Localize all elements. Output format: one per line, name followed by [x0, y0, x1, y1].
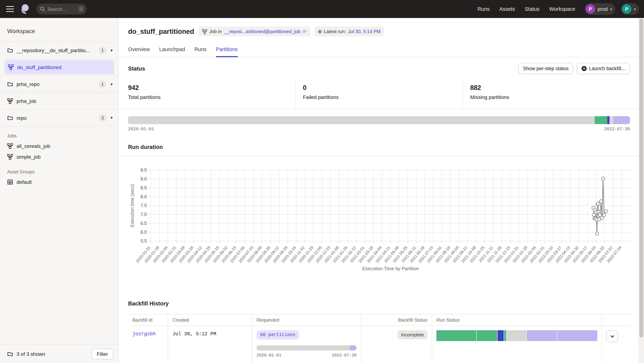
latest-run-link[interactable]: Jul 30, 5:14 PM [348, 29, 381, 34]
run-status-bar[interactable] [436, 330, 597, 341]
sidebar-job-all_cereals_job[interactable]: all_cereals_job [0, 141, 118, 152]
partition-bar-segment [610, 116, 614, 124]
topnav-link-status[interactable]: Status [525, 6, 540, 12]
cell-actions [602, 326, 630, 363]
stat-total-partitions: 942 Total partitions [128, 79, 296, 109]
topnav-link-assets[interactable]: Assets [499, 6, 515, 12]
user-avatar: P [622, 4, 632, 14]
app-root: Search... / RunsAssetsStatusWorkspace P … [0, 0, 644, 363]
sidebar-job-simple_job[interactable]: simple_job [0, 152, 118, 162]
tab-overview[interactable]: Overview [128, 46, 150, 57]
run-status-segment [498, 330, 504, 341]
caret-down-icon[interactable]: ▼ [110, 116, 113, 120]
topnav-link-workspace[interactable]: Workspace [549, 6, 575, 12]
cell-backfill-status: Incomplete [361, 326, 432, 363]
table-header-row: Backfill IdCreatedRequestedBackfill Stat… [128, 314, 630, 326]
requested-bar-segment [256, 345, 350, 350]
range-start: 2020-01-01 [256, 353, 281, 358]
folder-icon [7, 48, 13, 53]
stat-label: Total partitions [128, 94, 296, 100]
data-point[interactable] [596, 232, 599, 235]
svg-text:7.0: 7.0 [140, 212, 147, 217]
sidebar-item-label: simple_job [16, 154, 41, 160]
requested-range-labels: 2020-01-012022-07-30 [256, 353, 356, 358]
sidebar-item-do_stuff_partitioned[interactable]: do_stuff_partitioned [4, 60, 114, 74]
range-end: 2022-07-30 [332, 353, 357, 358]
job-icon [7, 154, 13, 160]
caret-down-icon[interactable]: ▼ [110, 82, 113, 86]
backfill-id-link[interactable]: jozrgsbh [132, 331, 156, 337]
run-status-segment [557, 330, 597, 341]
data-point[interactable] [600, 200, 603, 203]
expand-row-button[interactable] [606, 330, 618, 342]
refresh-icon[interactable]: ⟳ [302, 29, 306, 34]
chevron-down-icon [610, 334, 615, 339]
page-tabs: OverviewLaunchpadRunsPartitions [119, 46, 638, 57]
run-status-segment [436, 330, 476, 341]
run-status-segment [506, 330, 526, 341]
caret-down-icon[interactable]: ▼ [110, 48, 113, 52]
partition-status-bar[interactable] [128, 116, 630, 124]
tab-launchpad[interactable]: Launchpad [159, 46, 185, 57]
deployment-switcher[interactable]: P prod ▾ [585, 3, 615, 15]
stat-value: 0 [303, 84, 463, 92]
data-point[interactable] [601, 177, 604, 180]
backfill-history-heading: Backfill History [128, 300, 630, 307]
svg-text:9.0: 9.0 [140, 176, 147, 181]
stat-value: 882 [470, 84, 630, 92]
requested-partitions-pill[interactable]: 60 partitions [256, 330, 299, 340]
workspace-sidebar: Workspace __repository__do_stuff_partiti… [0, 18, 119, 363]
sidebar-item-prha_repo[interactable]: prha_repo1▼ [0, 76, 118, 92]
column-header-run-status: Run Status [432, 314, 602, 326]
job-origin-link[interactable]: __reposi...artitioned@partitioned_job [224, 29, 300, 34]
requested-bar-segment [350, 345, 357, 350]
vertical-scrollbar[interactable] [638, 18, 644, 363]
cell-backfill-id: jozrgsbh [128, 326, 168, 363]
svg-text:5.5: 5.5 [140, 238, 147, 244]
user-menu[interactable]: P ▾ [621, 3, 639, 15]
filter-button[interactable]: Filter [92, 348, 113, 359]
topnav-link-runs[interactable]: Runs [478, 6, 490, 12]
data-point[interactable] [604, 210, 608, 213]
top-nav-links: RunsAssetsStatusWorkspace [478, 6, 575, 12]
stat-label: Missing partitions [470, 94, 630, 100]
column-header-actions [602, 314, 630, 326]
stat-value: 942 [128, 84, 296, 92]
hamburger-menu-icon[interactable] [6, 6, 14, 12]
sidebar-item-repo[interactable]: repo3▼ [0, 109, 118, 126]
sidebar-asset-group-default[interactable]: default [0, 177, 118, 188]
scrollbar-thumb[interactable] [639, 19, 643, 338]
cell-created: Jul 30, 5:12 PM [168, 326, 252, 363]
search-input[interactable]: Search... / [36, 4, 87, 14]
search-icon [40, 6, 45, 12]
dagster-logo-icon[interactable] [20, 4, 30, 14]
run-duration-chart: 9.59.08.58.07.57.06.56.05.52020-01-01202… [119, 156, 638, 280]
partition-bar-segment [128, 116, 595, 124]
data-point[interactable] [602, 214, 606, 217]
folder-icon [7, 81, 13, 87]
tab-partitions[interactable]: Partitions [216, 46, 238, 57]
job-origin-prefix: Job in [209, 29, 222, 34]
tab-runs[interactable]: Runs [194, 46, 206, 57]
show-per-step-status-button[interactable]: Show per-step status [518, 63, 573, 74]
repo-count-shown: 3 of 3 shown [16, 351, 92, 357]
sidebar-item-__repository__do_stuff_partitio[interactable]: __repository__do_stuff_partitio...1▼ [0, 42, 118, 59]
sidebar-selected-row: do_stuff_partitioned [0, 59, 118, 76]
chevron-down-icon: ▾ [610, 7, 612, 11]
deployment-avatar: P [586, 4, 595, 14]
search-placeholder: Search... [48, 6, 78, 12]
svg-text:8.5: 8.5 [140, 185, 147, 190]
data-point[interactable] [598, 218, 601, 221]
execution-time-chart[interactable]: 9.59.08.58.07.57.06.56.05.52020-01-01202… [119, 156, 638, 280]
latest-run-tag: Latest run: Jul 30, 5:14 PM [314, 26, 384, 36]
page-header: do_stuff_partitioned Job in __reposi...a… [119, 18, 638, 36]
search-shortcut-badge: / [78, 6, 84, 12]
partition-range-start: 2020-01-01 [128, 127, 154, 132]
partition-bar-segment [614, 116, 630, 124]
sidebar-item-prha_job[interactable]: prha_job [0, 92, 118, 109]
svg-text:6.0: 6.0 [140, 230, 147, 234]
run-status-dot [318, 30, 322, 33]
launch-backfill-button[interactable]: Launch backfill... [577, 63, 630, 74]
job-origin-tag: Job in __reposi...artitioned@partitioned… [198, 26, 310, 36]
data-point[interactable] [596, 202, 600, 205]
